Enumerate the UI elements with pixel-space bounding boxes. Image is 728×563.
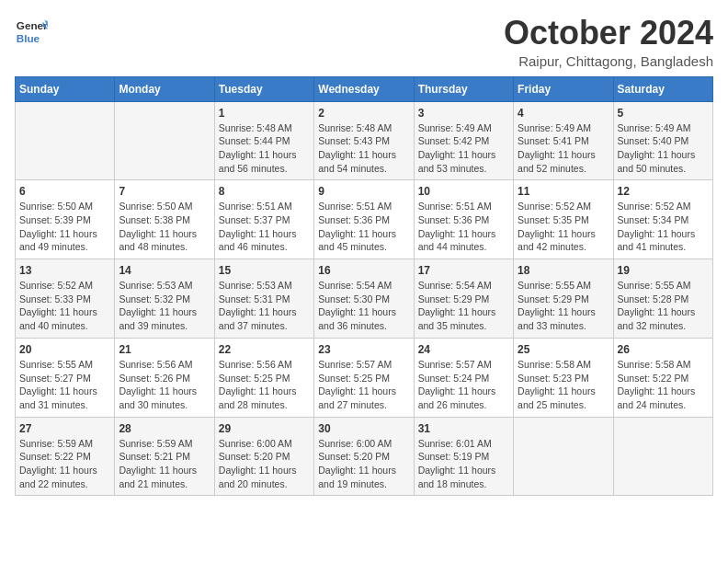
calendar-cell: 18Sunrise: 5:55 AMSunset: 5:29 PMDayligh… [514, 259, 613, 339]
day-number: 7 [119, 185, 210, 198]
day-number: 23 [318, 343, 409, 356]
weekday-header-saturday: Saturday [613, 76, 712, 101]
day-number: 3 [418, 107, 509, 120]
day-number: 25 [518, 343, 609, 356]
calendar-cell: 6Sunrise: 5:50 AMSunset: 5:39 PMDaylight… [16, 180, 115, 259]
calendar-cell: 13Sunrise: 5:52 AMSunset: 5:33 PMDayligh… [16, 259, 115, 339]
day-number: 26 [618, 343, 709, 356]
day-info: Sunrise: 6:01 AMSunset: 5:19 PMDaylight:… [418, 437, 509, 491]
calendar-cell: 9Sunrise: 5:51 AMSunset: 5:36 PMDaylight… [314, 180, 414, 259]
day-info: Sunrise: 5:58 AMSunset: 5:22 PMDaylight:… [618, 358, 709, 412]
day-info: Sunrise: 5:59 AMSunset: 5:22 PMDaylight:… [19, 437, 110, 491]
calendar-cell: 8Sunrise: 5:51 AMSunset: 5:37 PMDaylight… [214, 180, 313, 259]
weekday-header-sunday: Sunday [16, 76, 115, 101]
day-info: Sunrise: 5:54 AMSunset: 5:29 PMDaylight:… [418, 279, 509, 333]
day-number: 15 [219, 264, 310, 277]
day-number: 16 [318, 264, 409, 277]
month-title: October 2024 [504, 15, 713, 52]
calendar-cell: 2Sunrise: 5:48 AMSunset: 5:43 PMDaylight… [314, 101, 414, 180]
week-row-2: 6Sunrise: 5:50 AMSunset: 5:39 PMDaylight… [16, 180, 713, 259]
calendar-cell: 16Sunrise: 5:54 AMSunset: 5:30 PMDayligh… [314, 259, 414, 339]
weekday-header-wednesday: Wednesday [314, 76, 414, 101]
day-info: Sunrise: 5:57 AMSunset: 5:25 PMDaylight:… [318, 358, 409, 412]
day-number: 4 [518, 107, 609, 120]
title-block: October 2024 Raipur, Chittagong, Banglad… [504, 15, 713, 69]
location-title: Raipur, Chittagong, Bangladesh [504, 53, 713, 69]
day-number: 14 [119, 264, 210, 277]
day-number: 18 [518, 264, 609, 277]
calendar-cell [16, 101, 115, 180]
week-row-4: 20Sunrise: 5:55 AMSunset: 5:27 PMDayligh… [16, 338, 713, 417]
day-info: Sunrise: 5:53 AMSunset: 5:31 PMDaylight:… [219, 279, 310, 333]
day-info: Sunrise: 5:54 AMSunset: 5:30 PMDaylight:… [318, 279, 409, 333]
day-number: 17 [418, 264, 509, 277]
calendar-cell: 21Sunrise: 5:56 AMSunset: 5:26 PMDayligh… [115, 338, 214, 417]
day-number: 21 [119, 343, 210, 356]
calendar-cell: 7Sunrise: 5:50 AMSunset: 5:38 PMDaylight… [115, 180, 214, 259]
day-number: 2 [318, 107, 409, 120]
day-number: 19 [618, 264, 709, 277]
day-info: Sunrise: 5:51 AMSunset: 5:36 PMDaylight:… [318, 200, 409, 254]
day-info: Sunrise: 5:55 AMSunset: 5:28 PMDaylight:… [618, 279, 709, 333]
day-number: 30 [318, 422, 409, 435]
calendar-cell: 26Sunrise: 5:58 AMSunset: 5:22 PMDayligh… [613, 338, 712, 417]
day-info: Sunrise: 5:55 AMSunset: 5:29 PMDaylight:… [518, 279, 609, 333]
calendar-cell: 14Sunrise: 5:53 AMSunset: 5:32 PMDayligh… [115, 259, 214, 339]
day-info: Sunrise: 5:51 AMSunset: 5:37 PMDaylight:… [219, 200, 310, 254]
day-number: 1 [219, 107, 310, 120]
weekday-header-monday: Monday [115, 76, 214, 101]
day-number: 24 [418, 343, 509, 356]
day-info: Sunrise: 6:00 AMSunset: 5:20 PMDaylight:… [318, 437, 409, 491]
calendar-cell: 27Sunrise: 5:59 AMSunset: 5:22 PMDayligh… [16, 417, 115, 496]
svg-text:Blue: Blue [17, 32, 40, 44]
calendar-cell: 30Sunrise: 6:00 AMSunset: 5:20 PMDayligh… [314, 417, 414, 496]
day-number: 22 [219, 343, 310, 356]
calendar-cell: 4Sunrise: 5:49 AMSunset: 5:41 PMDaylight… [514, 101, 613, 180]
calendar-cell: 24Sunrise: 5:57 AMSunset: 5:24 PMDayligh… [414, 338, 513, 417]
calendar-cell: 31Sunrise: 6:01 AMSunset: 5:19 PMDayligh… [414, 417, 513, 496]
day-number: 29 [219, 422, 310, 435]
day-info: Sunrise: 5:57 AMSunset: 5:24 PMDaylight:… [418, 358, 509, 412]
calendar-cell: 25Sunrise: 5:58 AMSunset: 5:23 PMDayligh… [514, 338, 613, 417]
day-info: Sunrise: 5:58 AMSunset: 5:23 PMDaylight:… [518, 358, 609, 412]
calendar-cell: 11Sunrise: 5:52 AMSunset: 5:35 PMDayligh… [514, 180, 613, 259]
calendar-cell: 5Sunrise: 5:49 AMSunset: 5:40 PMDaylight… [613, 101, 712, 180]
day-info: Sunrise: 5:52 AMSunset: 5:35 PMDaylight:… [518, 200, 609, 254]
calendar-cell: 29Sunrise: 6:00 AMSunset: 5:20 PMDayligh… [214, 417, 313, 496]
day-info: Sunrise: 5:50 AMSunset: 5:39 PMDaylight:… [19, 200, 110, 254]
day-info: Sunrise: 5:56 AMSunset: 5:26 PMDaylight:… [119, 358, 210, 412]
day-info: Sunrise: 5:52 AMSunset: 5:34 PMDaylight:… [618, 200, 709, 254]
day-number: 6 [19, 185, 110, 198]
calendar-header: General Blue October 2024 Raipur, Chitta… [15, 15, 713, 69]
logo: General Blue [15, 15, 48, 48]
calendar-cell: 20Sunrise: 5:55 AMSunset: 5:27 PMDayligh… [16, 338, 115, 417]
calendar-cell: 19Sunrise: 5:55 AMSunset: 5:28 PMDayligh… [613, 259, 712, 339]
week-row-3: 13Sunrise: 5:52 AMSunset: 5:33 PMDayligh… [16, 259, 713, 339]
weekday-header-friday: Friday [514, 76, 613, 101]
logo-icon: General Blue [15, 15, 48, 48]
day-info: Sunrise: 5:56 AMSunset: 5:25 PMDaylight:… [219, 358, 310, 412]
day-info: Sunrise: 5:48 AMSunset: 5:43 PMDaylight:… [318, 121, 409, 176]
calendar-cell: 1Sunrise: 5:48 AMSunset: 5:44 PMDaylight… [214, 101, 313, 180]
day-info: Sunrise: 5:51 AMSunset: 5:36 PMDaylight:… [418, 200, 509, 254]
day-number: 8 [219, 185, 310, 198]
day-info: Sunrise: 5:49 AMSunset: 5:40 PMDaylight:… [618, 121, 709, 176]
calendar-cell [115, 101, 214, 180]
day-number: 12 [618, 185, 709, 198]
week-row-1: 1Sunrise: 5:48 AMSunset: 5:44 PMDaylight… [16, 101, 713, 180]
calendar-cell: 3Sunrise: 5:49 AMSunset: 5:42 PMDaylight… [414, 101, 513, 180]
weekday-header-thursday: Thursday [414, 76, 513, 101]
day-number: 5 [618, 107, 709, 120]
calendar-cell [613, 417, 712, 496]
day-info: Sunrise: 5:50 AMSunset: 5:38 PMDaylight:… [119, 200, 210, 254]
calendar-cell: 10Sunrise: 5:51 AMSunset: 5:36 PMDayligh… [414, 180, 513, 259]
calendar-cell: 17Sunrise: 5:54 AMSunset: 5:29 PMDayligh… [414, 259, 513, 339]
day-info: Sunrise: 5:55 AMSunset: 5:27 PMDaylight:… [19, 358, 110, 412]
day-info: Sunrise: 5:49 AMSunset: 5:41 PMDaylight:… [518, 121, 609, 176]
day-number: 9 [318, 185, 409, 198]
day-number: 31 [418, 422, 509, 435]
week-row-5: 27Sunrise: 5:59 AMSunset: 5:22 PMDayligh… [16, 417, 713, 496]
weekday-header-row: SundayMondayTuesdayWednesdayThursdayFrid… [16, 76, 713, 101]
calendar-cell [514, 417, 613, 496]
day-info: Sunrise: 5:48 AMSunset: 5:44 PMDaylight:… [219, 121, 310, 176]
